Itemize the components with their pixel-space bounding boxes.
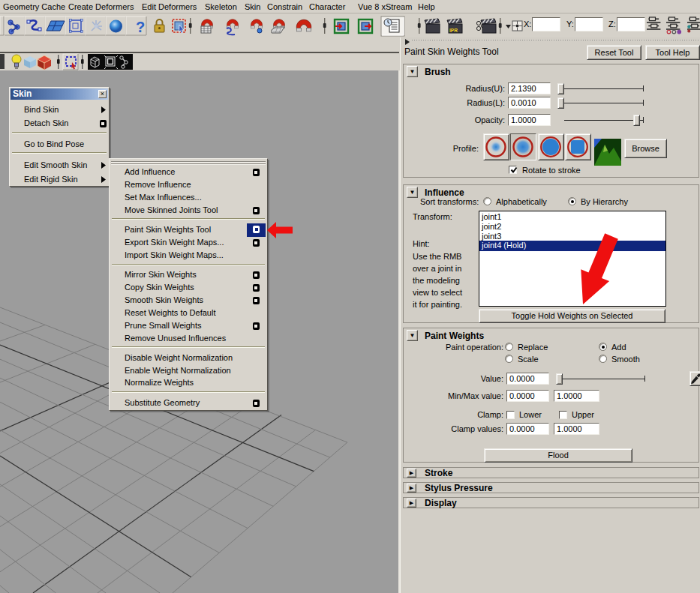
svg-text:IPR: IPR: [449, 28, 458, 33]
svg-text:?: ?: [136, 19, 145, 35]
